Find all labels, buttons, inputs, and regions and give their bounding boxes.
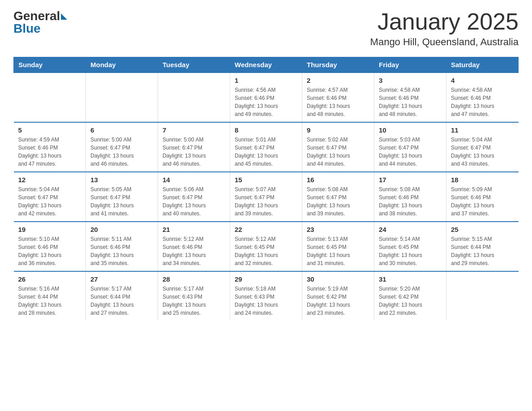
calendar-cell: 26Sunrise: 5:16 AM Sunset: 6:44 PM Dayli…: [14, 271, 86, 321]
day-number: 21: [163, 226, 225, 233]
day-number: 15: [235, 176, 297, 184]
calendar-cell: 8Sunrise: 5:01 AM Sunset: 6:47 PM Daylig…: [230, 122, 302, 172]
day-info: Sunrise: 5:13 AM Sunset: 6:45 PM Dayligh…: [307, 235, 369, 267]
day-info: Sunrise: 4:57 AM Sunset: 6:46 PM Dayligh…: [307, 86, 369, 118]
day-info: Sunrise: 5:10 AM Sunset: 6:46 PM Dayligh…: [18, 235, 82, 267]
calendar-cell: 2Sunrise: 4:57 AM Sunset: 6:46 PM Daylig…: [302, 73, 374, 122]
calendar-subtitle: Mango Hill, Queensland, Australia: [370, 36, 519, 48]
weekday-header-row: SundayMondayTuesdayWednesdayThursdayFrid…: [14, 57, 519, 73]
day-info: Sunrise: 5:00 AM Sunset: 6:47 PM Dayligh…: [163, 136, 225, 168]
day-info: Sunrise: 5:04 AM Sunset: 6:47 PM Dayligh…: [451, 136, 514, 168]
day-info: Sunrise: 5:16 AM Sunset: 6:44 PM Dayligh…: [18, 285, 82, 317]
day-info: Sunrise: 5:20 AM Sunset: 6:42 PM Dayligh…: [379, 285, 442, 317]
day-info: Sunrise: 5:01 AM Sunset: 6:47 PM Dayligh…: [235, 136, 297, 168]
day-info: Sunrise: 4:59 AM Sunset: 6:46 PM Dayligh…: [18, 136, 82, 168]
day-number: 12: [18, 176, 82, 184]
calendar-cell: 23Sunrise: 5:13 AM Sunset: 6:45 PM Dayli…: [302, 222, 374, 271]
calendar-cell: 18Sunrise: 5:09 AM Sunset: 6:46 PM Dayli…: [446, 172, 519, 222]
calendar-cell: 15Sunrise: 5:07 AM Sunset: 6:47 PM Dayli…: [230, 172, 302, 222]
calendar-cell: 29Sunrise: 5:18 AM Sunset: 6:43 PM Dayli…: [230, 271, 302, 321]
day-info: Sunrise: 5:19 AM Sunset: 6:42 PM Dayligh…: [307, 285, 369, 317]
day-number: 3: [379, 77, 442, 84]
calendar-cell: 21Sunrise: 5:12 AM Sunset: 6:46 PM Dayli…: [158, 222, 230, 271]
day-number: 17: [379, 176, 442, 184]
day-number: 11: [451, 126, 514, 134]
calendar-cell: 5Sunrise: 4:59 AM Sunset: 6:46 PM Daylig…: [14, 122, 86, 172]
day-info: Sunrise: 5:08 AM Sunset: 6:46 PM Dayligh…: [379, 185, 442, 218]
calendar-cell: 9Sunrise: 5:02 AM Sunset: 6:47 PM Daylig…: [302, 122, 374, 172]
week-row-2: 5Sunrise: 4:59 AM Sunset: 6:46 PM Daylig…: [14, 122, 519, 172]
day-number: 14: [163, 176, 225, 184]
day-info: Sunrise: 5:14 AM Sunset: 6:45 PM Dayligh…: [379, 235, 442, 267]
day-info: Sunrise: 5:00 AM Sunset: 6:47 PM Dayligh…: [90, 136, 153, 168]
calendar-cell: [158, 73, 230, 122]
day-number: 16: [307, 176, 369, 184]
day-number: 19: [18, 226, 82, 233]
day-number: 7: [163, 126, 225, 134]
day-number: 29: [235, 275, 297, 283]
day-number: 25: [451, 226, 514, 233]
day-number: 24: [379, 226, 442, 233]
weekday-header-monday: Monday: [86, 57, 158, 73]
day-number: 22: [235, 226, 297, 233]
title-block: January 2025 Mango Hill, Queensland, Aus…: [370, 9, 519, 48]
weekday-header-friday: Friday: [374, 57, 446, 73]
calendar-cell: 24Sunrise: 5:14 AM Sunset: 6:45 PM Dayli…: [374, 222, 446, 271]
day-number: 26: [18, 275, 82, 283]
weekday-header-wednesday: Wednesday: [230, 57, 302, 73]
day-info: Sunrise: 5:15 AM Sunset: 6:44 PM Dayligh…: [451, 235, 514, 267]
week-row-4: 19Sunrise: 5:10 AM Sunset: 6:46 PM Dayli…: [14, 222, 519, 271]
day-number: 5: [18, 126, 82, 134]
calendar-cell: 31Sunrise: 5:20 AM Sunset: 6:42 PM Dayli…: [374, 271, 446, 321]
day-number: 13: [90, 176, 153, 184]
day-info: Sunrise: 5:17 AM Sunset: 6:44 PM Dayligh…: [90, 285, 153, 317]
calendar-table: SundayMondayTuesdayWednesdayThursdayFrid…: [13, 57, 519, 321]
day-info: Sunrise: 5:17 AM Sunset: 6:43 PM Dayligh…: [163, 285, 225, 317]
day-number: 18: [451, 176, 514, 184]
weekday-header-sunday: Sunday: [14, 57, 86, 73]
calendar-cell: 17Sunrise: 5:08 AM Sunset: 6:46 PM Dayli…: [374, 172, 446, 222]
day-number: 28: [163, 275, 225, 283]
calendar-cell: [446, 271, 519, 321]
logo-arrow-icon: [61, 13, 67, 20]
week-row-5: 26Sunrise: 5:16 AM Sunset: 6:44 PM Dayli…: [14, 271, 519, 321]
calendar-cell: 3Sunrise: 4:58 AM Sunset: 6:46 PM Daylig…: [374, 73, 446, 122]
day-number: 1: [235, 77, 297, 84]
day-info: Sunrise: 5:04 AM Sunset: 6:47 PM Dayligh…: [18, 185, 82, 218]
day-number: 9: [307, 126, 369, 134]
day-info: Sunrise: 5:09 AM Sunset: 6:46 PM Dayligh…: [451, 185, 514, 218]
day-info: Sunrise: 5:06 AM Sunset: 6:47 PM Dayligh…: [163, 185, 225, 218]
logo-blue-text: Blue: [13, 21, 41, 36]
calendar-title: January 2025: [370, 9, 519, 34]
day-info: Sunrise: 5:03 AM Sunset: 6:47 PM Dayligh…: [379, 136, 442, 168]
calendar-cell: 7Sunrise: 5:00 AM Sunset: 6:47 PM Daylig…: [158, 122, 230, 172]
day-number: 31: [379, 275, 442, 283]
calendar-cell: 14Sunrise: 5:06 AM Sunset: 6:47 PM Dayli…: [158, 172, 230, 222]
calendar-cell: 4Sunrise: 4:58 AM Sunset: 6:46 PM Daylig…: [446, 73, 519, 122]
calendar-cell: 16Sunrise: 5:08 AM Sunset: 6:47 PM Dayli…: [302, 172, 374, 222]
day-info: Sunrise: 5:12 AM Sunset: 6:45 PM Dayligh…: [235, 235, 297, 267]
day-number: 20: [90, 226, 153, 233]
day-number: 8: [235, 126, 297, 134]
calendar-cell: 25Sunrise: 5:15 AM Sunset: 6:44 PM Dayli…: [446, 222, 519, 271]
calendar-cell: 6Sunrise: 5:00 AM Sunset: 6:47 PM Daylig…: [86, 122, 158, 172]
calendar-cell: 12Sunrise: 5:04 AM Sunset: 6:47 PM Dayli…: [14, 172, 86, 222]
weekday-header-thursday: Thursday: [302, 57, 374, 73]
logo: General Blue: [13, 9, 67, 36]
page-header: General Blue January 2025 Mango Hill, Qu…: [13, 9, 519, 48]
calendar-cell: 19Sunrise: 5:10 AM Sunset: 6:46 PM Dayli…: [14, 222, 86, 271]
day-number: 30: [307, 275, 369, 283]
day-info: Sunrise: 4:58 AM Sunset: 6:46 PM Dayligh…: [379, 86, 442, 118]
day-number: 4: [451, 77, 514, 84]
day-info: Sunrise: 5:07 AM Sunset: 6:47 PM Dayligh…: [235, 185, 297, 218]
week-row-1: 1Sunrise: 4:56 AM Sunset: 6:46 PM Daylig…: [14, 73, 519, 122]
day-info: Sunrise: 5:05 AM Sunset: 6:47 PM Dayligh…: [90, 185, 153, 218]
day-number: 23: [307, 226, 369, 233]
day-number: 27: [90, 275, 153, 283]
calendar-cell: [14, 73, 86, 122]
calendar-cell: 22Sunrise: 5:12 AM Sunset: 6:45 PM Dayli…: [230, 222, 302, 271]
calendar-cell: 13Sunrise: 5:05 AM Sunset: 6:47 PM Dayli…: [86, 172, 158, 222]
day-number: 10: [379, 126, 442, 134]
day-info: Sunrise: 4:58 AM Sunset: 6:46 PM Dayligh…: [451, 86, 514, 118]
calendar-cell: 30Sunrise: 5:19 AM Sunset: 6:42 PM Dayli…: [302, 271, 374, 321]
